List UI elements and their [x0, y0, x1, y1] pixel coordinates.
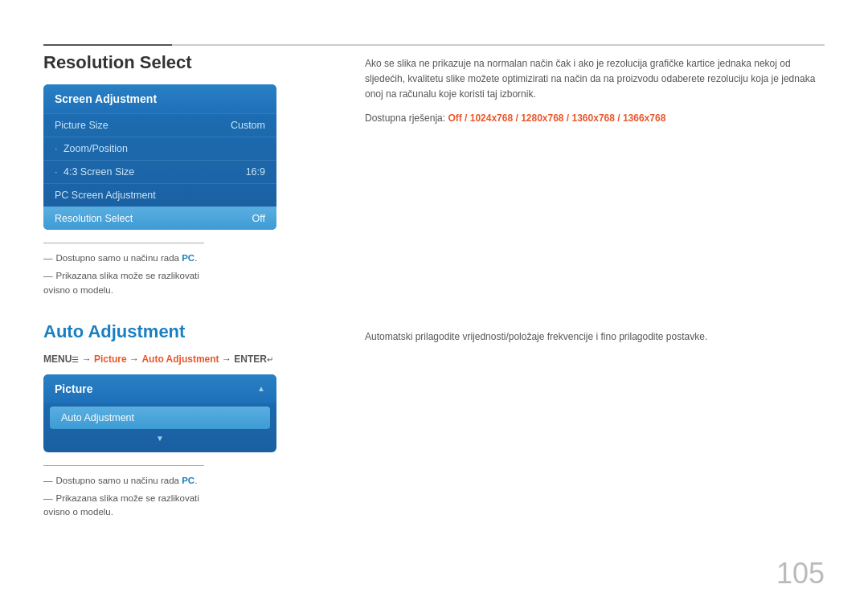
- menu-nav-enter: ENTER↵: [234, 353, 273, 365]
- menu-nav-picture: Picture: [94, 353, 127, 365]
- resolution-select-notes: —Dostupno samo u načinu rada PC. —Prikaz…: [43, 243, 204, 297]
- auto-adjustment-description: Automatski prilagodite vrijednosti/polož…: [365, 329, 825, 345]
- zoom-position-label: · Zoom/Position: [55, 143, 128, 154]
- menu-nav: MENU☰ → Picture → Auto Adjustment → ENTE…: [43, 353, 333, 365]
- screen-adjustment-menu: Screen Adjustment Picture Size Custom · …: [43, 84, 276, 230]
- resolution-select-right: Ako se slika ne prikazuje na normalan na…: [365, 52, 825, 301]
- available-values: Off / 1024x768 / 1280x768 / 1360x768 / 1…: [448, 112, 665, 124]
- auto-note-line-1: —Dostupno samo u načinu rada PC.: [43, 474, 204, 488]
- auto-adjustment-title: Auto Adjustment: [43, 321, 333, 342]
- picture-size-label: Picture Size: [55, 120, 108, 131]
- top-rule: [43, 44, 825, 46]
- page-container: Resolution Select Screen Adjustment Pict…: [0, 0, 868, 613]
- picture-menu-header: Picture ▲: [43, 374, 276, 403]
- menu-nav-arrow2: →: [129, 353, 141, 365]
- auto-adjustment-item[interactable]: Auto Adjustment: [50, 407, 270, 429]
- available-text: Dostupna rješenja: Off / 1024x768 / 1280…: [365, 111, 825, 126]
- resolution-description: Ako se slika ne prikazuje na normalan na…: [365, 56, 825, 103]
- menu-item-43-screen-size[interactable]: · 4:3 Screen Size 16:9: [43, 160, 276, 183]
- menu-nav-menu: MENU☰ →: [43, 353, 94, 365]
- note-line-2: —Prikazana slika može se razlikovati ovi…: [43, 269, 204, 297]
- auto-adjustment-notes: —Dostupno samo u načinu rada PC. —Prikaz…: [43, 465, 204, 520]
- resolution-select-title: Resolution Select: [43, 52, 333, 73]
- menu-item-zoom-position[interactable]: · Zoom/Position: [43, 137, 276, 160]
- auto-adjustment-right: Automatski prilagodite vrijednosti/polož…: [365, 321, 825, 524]
- resolution-select-value: Off: [252, 213, 265, 224]
- arrow-down-icon: ▼: [43, 432, 276, 446]
- menu-item-resolution-select[interactable]: Resolution Select Off: [43, 206, 276, 230]
- pc-screen-adjustment-label: PC Screen Adjustment: [55, 190, 156, 201]
- picture-header-label: Picture: [55, 382, 92, 395]
- screen-adjustment-header: Screen Adjustment: [43, 84, 276, 113]
- page-number: 105: [776, 557, 825, 591]
- auto-adjustment-left: Auto Adjustment MENU☰ → Picture → Auto A…: [43, 321, 333, 524]
- picture-menu-box: Picture ▲ Auto Adjustment ▼: [43, 374, 276, 452]
- auto-adjustment-item-label: Auto Adjustment: [61, 412, 134, 423]
- auto-note-line-2: —Prikazana slika može se razlikovati ovi…: [43, 492, 204, 520]
- auto-adjustment-section: Auto Adjustment MENU☰ → Picture → Auto A…: [43, 321, 825, 524]
- menu-nav-auto-adjustment: Auto Adjustment: [141, 353, 219, 365]
- picture-size-value: Custom: [231, 120, 265, 131]
- menu-nav-arrow3: →: [222, 353, 234, 365]
- 43-screen-size-label: · 4:3 Screen Size: [55, 166, 134, 178]
- 43-screen-size-value: 16:9: [246, 166, 265, 178]
- menu-item-pc-screen-adjustment[interactable]: PC Screen Adjustment: [43, 183, 276, 206]
- menu-item-picture-size[interactable]: Picture Size Custom: [43, 113, 276, 137]
- resolution-select-section: Resolution Select Screen Adjustment Pict…: [43, 52, 825, 301]
- arrow-up-icon: ▲: [257, 384, 265, 393]
- resolution-select-label: Resolution Select: [55, 213, 133, 224]
- resolution-select-left: Resolution Select Screen Adjustment Pict…: [43, 52, 333, 301]
- available-label: Dostupna rješenja:: [365, 112, 448, 124]
- note-line-1: —Dostupno samo u načinu rada PC.: [43, 251, 204, 265]
